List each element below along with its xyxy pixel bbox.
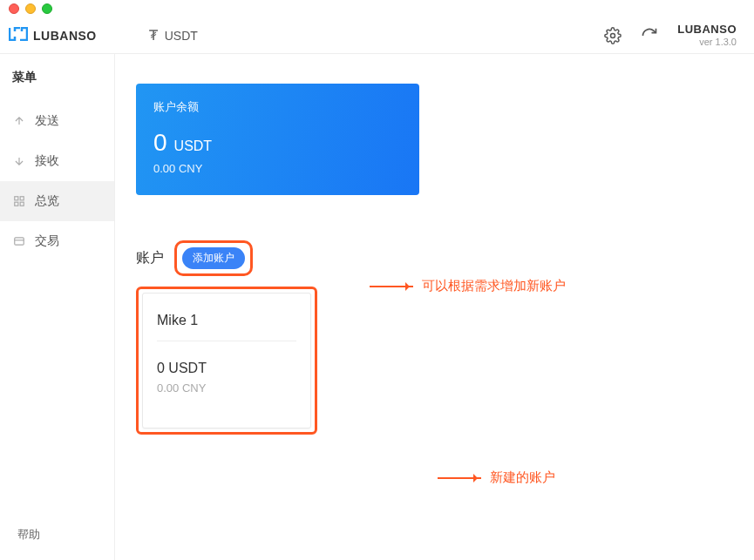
sidebar-item-overview[interactable]: 总览 <box>0 181 114 221</box>
sidebar: 菜单 发送 接收 总览 交易 帮助 <box>0 54 115 560</box>
gear-icon <box>604 27 622 44</box>
app-header: LUBANSO ₮ USDT LUBANSO ver 1.3.0 <box>0 17 754 54</box>
sidebar-item-receive[interactable]: 接收 <box>0 141 114 181</box>
currency-label: USDT <box>165 29 198 43</box>
balance-amount: 0 <box>153 129 167 157</box>
version-brand: LUBANSO <box>677 23 737 37</box>
receive-icon <box>12 155 26 167</box>
settings-button[interactable] <box>604 27 622 44</box>
annotation-text: 可以根据需求增加新账户 <box>422 278 566 294</box>
sidebar-item-label: 发送 <box>35 113 59 129</box>
window-titlebar <box>0 0 754 17</box>
overview-icon <box>12 195 26 207</box>
balance-secondary: 0.00 CNY <box>153 162 402 175</box>
add-account-button[interactable]: 添加账户 <box>182 247 245 269</box>
svg-rect-2 <box>20 197 24 200</box>
window-close-button[interactable] <box>9 3 19 14</box>
main-content: 账户余额 0 USDT 0.00 CNY 账户 添加账户 Mike 1 0 US… <box>115 54 754 560</box>
arrow-icon <box>438 477 481 478</box>
version-info: LUBANSO ver 1.3.0 <box>677 23 737 48</box>
balance-unit: USDT <box>174 138 213 154</box>
svg-rect-3 <box>15 202 18 206</box>
account-balance: 0 USDT <box>157 361 296 376</box>
balance-label: 账户余额 <box>153 99 402 115</box>
currency-selector[interactable]: ₮ USDT <box>149 27 198 44</box>
sidebar-item-label: 接收 <box>35 153 59 169</box>
annotation-text: 新建的账户 <box>490 469 555 486</box>
brand-icon <box>9 27 28 44</box>
sidebar-item-label: 交易 <box>35 233 59 249</box>
account-card-highlight: Mike 1 0 USDT 0.00 CNY <box>136 287 317 435</box>
version-number: ver 1.3.0 <box>677 37 737 48</box>
add-account-highlight: 添加账户 <box>174 240 253 276</box>
brand-logo: LUBANSO <box>9 27 97 44</box>
help-link[interactable]: 帮助 <box>0 509 114 560</box>
sidebar-item-label: 总览 <box>35 193 59 209</box>
svg-point-0 <box>611 33 615 37</box>
balance-card: 账户余额 0 USDT 0.00 CNY <box>136 84 419 195</box>
refresh-icon <box>641 27 658 44</box>
annotation-add-account: 可以根据需求增加新账户 <box>370 278 566 294</box>
transactions-icon <box>12 235 26 247</box>
brand-name: LUBANSO <box>33 29 97 43</box>
account-card[interactable]: Mike 1 0 USDT 0.00 CNY <box>142 293 311 428</box>
sidebar-item-transactions[interactable]: 交易 <box>0 221 114 261</box>
send-icon <box>12 115 26 127</box>
svg-rect-1 <box>15 197 18 200</box>
refresh-button[interactable] <box>641 27 658 44</box>
arrow-icon <box>370 286 413 287</box>
accounts-section-label: 账户 <box>136 249 164 267</box>
annotation-new-account: 新建的账户 <box>438 469 555 486</box>
svg-rect-5 <box>15 238 24 245</box>
currency-symbol-icon: ₮ <box>149 27 158 44</box>
menu-title: 菜单 <box>0 70 114 101</box>
account-name: Mike 1 <box>157 313 296 341</box>
window-maximize-button[interactable] <box>42 3 52 14</box>
svg-rect-4 <box>20 202 24 206</box>
sidebar-item-send[interactable]: 发送 <box>0 101 114 141</box>
window-minimize-button[interactable] <box>25 3 36 14</box>
account-secondary: 0.00 CNY <box>157 381 296 395</box>
